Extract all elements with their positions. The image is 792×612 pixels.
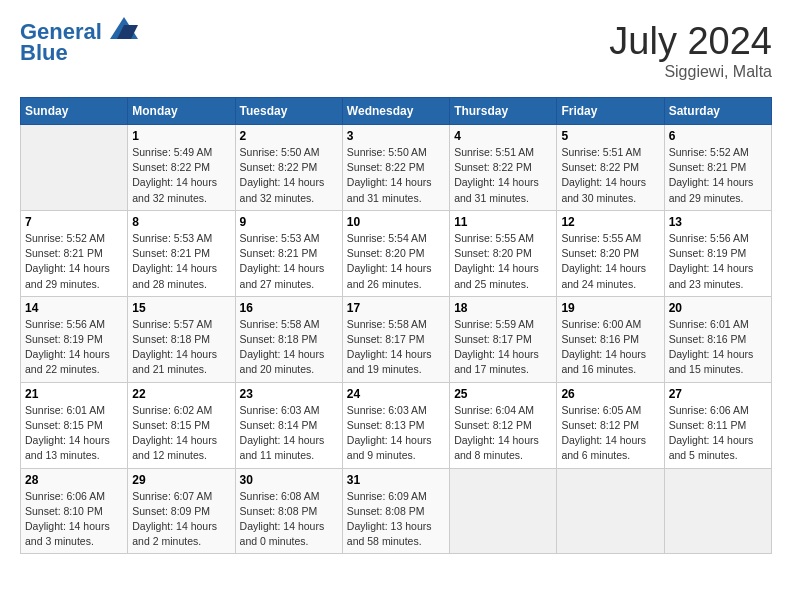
calendar-cell xyxy=(664,468,771,554)
calendar-week-4: 21Sunrise: 6:01 AM Sunset: 8:15 PM Dayli… xyxy=(21,382,772,468)
day-info: Sunrise: 6:00 AM Sunset: 8:16 PM Dayligh… xyxy=(561,317,659,378)
calendar-cell: 7Sunrise: 5:52 AM Sunset: 8:21 PM Daylig… xyxy=(21,210,128,296)
day-info: Sunrise: 6:06 AM Sunset: 8:10 PM Dayligh… xyxy=(25,489,123,550)
day-info: Sunrise: 5:55 AM Sunset: 8:20 PM Dayligh… xyxy=(561,231,659,292)
calendar-cell: 23Sunrise: 6:03 AM Sunset: 8:14 PM Dayli… xyxy=(235,382,342,468)
location-title: Siggiewi, Malta xyxy=(609,63,772,81)
day-info: Sunrise: 5:50 AM Sunset: 8:22 PM Dayligh… xyxy=(240,145,338,206)
day-number: 20 xyxy=(669,301,767,315)
calendar-cell: 17Sunrise: 5:58 AM Sunset: 8:17 PM Dayli… xyxy=(342,296,449,382)
day-number: 2 xyxy=(240,129,338,143)
day-info: Sunrise: 5:49 AM Sunset: 8:22 PM Dayligh… xyxy=(132,145,230,206)
calendar-cell: 9Sunrise: 5:53 AM Sunset: 8:21 PM Daylig… xyxy=(235,210,342,296)
day-info: Sunrise: 6:07 AM Sunset: 8:09 PM Dayligh… xyxy=(132,489,230,550)
day-number: 24 xyxy=(347,387,445,401)
col-header-saturday: Saturday xyxy=(664,98,771,125)
day-number: 6 xyxy=(669,129,767,143)
day-info: Sunrise: 5:57 AM Sunset: 8:18 PM Dayligh… xyxy=(132,317,230,378)
day-number: 7 xyxy=(25,215,123,229)
calendar-cell: 4Sunrise: 5:51 AM Sunset: 8:22 PM Daylig… xyxy=(450,125,557,211)
day-number: 9 xyxy=(240,215,338,229)
day-info: Sunrise: 6:08 AM Sunset: 8:08 PM Dayligh… xyxy=(240,489,338,550)
day-info: Sunrise: 5:53 AM Sunset: 8:21 PM Dayligh… xyxy=(132,231,230,292)
col-header-monday: Monday xyxy=(128,98,235,125)
day-number: 8 xyxy=(132,215,230,229)
calendar-cell: 15Sunrise: 5:57 AM Sunset: 8:18 PM Dayli… xyxy=(128,296,235,382)
col-header-sunday: Sunday xyxy=(21,98,128,125)
calendar-cell xyxy=(21,125,128,211)
day-info: Sunrise: 5:55 AM Sunset: 8:20 PM Dayligh… xyxy=(454,231,552,292)
day-info: Sunrise: 5:52 AM Sunset: 8:21 PM Dayligh… xyxy=(25,231,123,292)
calendar-cell: 29Sunrise: 6:07 AM Sunset: 8:09 PM Dayli… xyxy=(128,468,235,554)
day-info: Sunrise: 5:59 AM Sunset: 8:17 PM Dayligh… xyxy=(454,317,552,378)
col-header-friday: Friday xyxy=(557,98,664,125)
day-info: Sunrise: 5:51 AM Sunset: 8:22 PM Dayligh… xyxy=(454,145,552,206)
day-number: 30 xyxy=(240,473,338,487)
day-number: 31 xyxy=(347,473,445,487)
logo: General Blue xyxy=(20,20,138,66)
calendar-cell: 26Sunrise: 6:05 AM Sunset: 8:12 PM Dayli… xyxy=(557,382,664,468)
calendar-cell: 18Sunrise: 5:59 AM Sunset: 8:17 PM Dayli… xyxy=(450,296,557,382)
day-info: Sunrise: 6:05 AM Sunset: 8:12 PM Dayligh… xyxy=(561,403,659,464)
calendar-cell: 30Sunrise: 6:08 AM Sunset: 8:08 PM Dayli… xyxy=(235,468,342,554)
calendar-cell: 14Sunrise: 5:56 AM Sunset: 8:19 PM Dayli… xyxy=(21,296,128,382)
day-info: Sunrise: 5:58 AM Sunset: 8:18 PM Dayligh… xyxy=(240,317,338,378)
calendar-cell: 12Sunrise: 5:55 AM Sunset: 8:20 PM Dayli… xyxy=(557,210,664,296)
day-number: 25 xyxy=(454,387,552,401)
calendar-cell xyxy=(450,468,557,554)
calendar-week-2: 7Sunrise: 5:52 AM Sunset: 8:21 PM Daylig… xyxy=(21,210,772,296)
calendar-cell: 21Sunrise: 6:01 AM Sunset: 8:15 PM Dayli… xyxy=(21,382,128,468)
day-number: 12 xyxy=(561,215,659,229)
calendar-cell: 25Sunrise: 6:04 AM Sunset: 8:12 PM Dayli… xyxy=(450,382,557,468)
day-number: 13 xyxy=(669,215,767,229)
title-block: July 2024 Siggiewi, Malta xyxy=(609,20,772,81)
calendar-cell: 20Sunrise: 6:01 AM Sunset: 8:16 PM Dayli… xyxy=(664,296,771,382)
day-number: 19 xyxy=(561,301,659,315)
day-number: 22 xyxy=(132,387,230,401)
day-info: Sunrise: 6:09 AM Sunset: 8:08 PM Dayligh… xyxy=(347,489,445,550)
day-info: Sunrise: 5:51 AM Sunset: 8:22 PM Dayligh… xyxy=(561,145,659,206)
calendar-cell: 10Sunrise: 5:54 AM Sunset: 8:20 PM Dayli… xyxy=(342,210,449,296)
day-number: 28 xyxy=(25,473,123,487)
calendar-cell: 24Sunrise: 6:03 AM Sunset: 8:13 PM Dayli… xyxy=(342,382,449,468)
calendar-cell: 5Sunrise: 5:51 AM Sunset: 8:22 PM Daylig… xyxy=(557,125,664,211)
calendar-cell: 22Sunrise: 6:02 AM Sunset: 8:15 PM Dayli… xyxy=(128,382,235,468)
day-number: 10 xyxy=(347,215,445,229)
calendar-cell: 31Sunrise: 6:09 AM Sunset: 8:08 PM Dayli… xyxy=(342,468,449,554)
calendar-cell: 2Sunrise: 5:50 AM Sunset: 8:22 PM Daylig… xyxy=(235,125,342,211)
day-number: 3 xyxy=(347,129,445,143)
day-info: Sunrise: 6:01 AM Sunset: 8:15 PM Dayligh… xyxy=(25,403,123,464)
day-info: Sunrise: 6:06 AM Sunset: 8:11 PM Dayligh… xyxy=(669,403,767,464)
day-number: 4 xyxy=(454,129,552,143)
col-header-wednesday: Wednesday xyxy=(342,98,449,125)
calendar-cell: 6Sunrise: 5:52 AM Sunset: 8:21 PM Daylig… xyxy=(664,125,771,211)
day-info: Sunrise: 5:54 AM Sunset: 8:20 PM Dayligh… xyxy=(347,231,445,292)
day-number: 14 xyxy=(25,301,123,315)
day-number: 1 xyxy=(132,129,230,143)
column-headers: SundayMondayTuesdayWednesdayThursdayFrid… xyxy=(21,98,772,125)
day-info: Sunrise: 5:52 AM Sunset: 8:21 PM Dayligh… xyxy=(669,145,767,206)
day-number: 27 xyxy=(669,387,767,401)
calendar-cell xyxy=(557,468,664,554)
day-number: 29 xyxy=(132,473,230,487)
calendar-cell: 3Sunrise: 5:50 AM Sunset: 8:22 PM Daylig… xyxy=(342,125,449,211)
day-number: 18 xyxy=(454,301,552,315)
day-number: 21 xyxy=(25,387,123,401)
calendar-cell: 11Sunrise: 5:55 AM Sunset: 8:20 PM Dayli… xyxy=(450,210,557,296)
col-header-tuesday: Tuesday xyxy=(235,98,342,125)
day-info: Sunrise: 5:56 AM Sunset: 8:19 PM Dayligh… xyxy=(25,317,123,378)
col-header-thursday: Thursday xyxy=(450,98,557,125)
day-info: Sunrise: 5:50 AM Sunset: 8:22 PM Dayligh… xyxy=(347,145,445,206)
calendar-cell: 8Sunrise: 5:53 AM Sunset: 8:21 PM Daylig… xyxy=(128,210,235,296)
day-info: Sunrise: 5:53 AM Sunset: 8:21 PM Dayligh… xyxy=(240,231,338,292)
calendar-cell: 16Sunrise: 5:58 AM Sunset: 8:18 PM Dayli… xyxy=(235,296,342,382)
day-info: Sunrise: 5:56 AM Sunset: 8:19 PM Dayligh… xyxy=(669,231,767,292)
day-info: Sunrise: 6:04 AM Sunset: 8:12 PM Dayligh… xyxy=(454,403,552,464)
day-info: Sunrise: 6:02 AM Sunset: 8:15 PM Dayligh… xyxy=(132,403,230,464)
page-header: General Blue July 2024 Siggiewi, Malta xyxy=(20,20,772,81)
day-number: 11 xyxy=(454,215,552,229)
calendar-cell: 13Sunrise: 5:56 AM Sunset: 8:19 PM Dayli… xyxy=(664,210,771,296)
calendar-table: SundayMondayTuesdayWednesdayThursdayFrid… xyxy=(20,97,772,554)
day-number: 16 xyxy=(240,301,338,315)
logo-icon xyxy=(110,17,138,39)
